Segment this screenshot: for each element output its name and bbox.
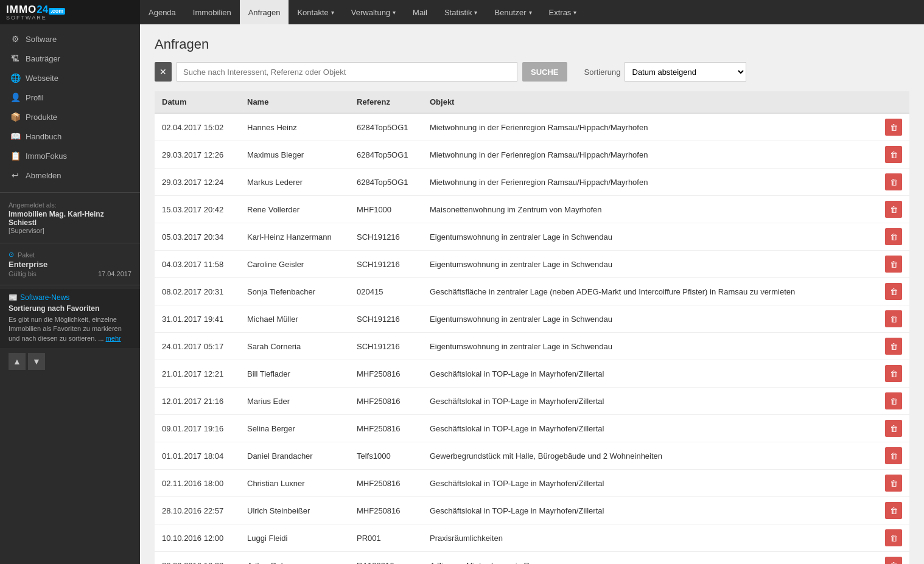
cell-referenz: MHF250816	[349, 470, 422, 497]
cell-action: 🗑	[878, 113, 909, 141]
cell-datum: 29.03.2017 12:26	[155, 141, 240, 169]
delete-button[interactable]: 🗑	[885, 502, 902, 519]
nav-arrows: ▲ ▼	[0, 348, 140, 375]
delete-button[interactable]: 🗑	[885, 310, 902, 327]
content-area: Anfragen ✕ SUCHE Sortierung Datum abstei…	[140, 24, 924, 564]
nav-item-agenda[interactable]: Agenda	[140, 0, 184, 24]
table-row: 28.10.2016 22:57Ulrich SteinbeißerMHF250…	[155, 497, 909, 524]
table-row: 21.01.2017 12:21Bill TiefladerMHF250816G…	[155, 360, 909, 388]
sidebar-item-handbuch[interactable]: 📖Handbuch	[0, 127, 140, 146]
cell-datum: 28.10.2016 22:57	[155, 497, 240, 524]
cell-objekt: Mietwohnung in der Ferienregion Ramsau/H…	[422, 113, 878, 141]
cell-objekt: Gewerbegrundstück mit Halle, Bürogebäude…	[422, 442, 878, 470]
cell-name: Daniel Brandacher	[240, 442, 349, 470]
sidebar-user-info: Angemeldet als: Immobilien Mag. Karl-Hei…	[0, 195, 140, 240]
cell-objekt: Praxisräumlichkeiten	[422, 524, 878, 552]
sidebar: ⚙Software🏗Bauträger🌐Webseite👤Profil📦Prod…	[0, 24, 140, 564]
delete-button[interactable]: 🗑	[885, 475, 902, 492]
cell-datum: 24.01.2017 05:17	[155, 333, 240, 360]
cell-name: Luggi Fleidi	[240, 524, 349, 552]
nav-item-extras[interactable]: Extras▾	[541, 0, 586, 24]
nav-item-kontakte[interactable]: Kontakte▾	[289, 0, 342, 24]
sidebar-item-abmelden[interactable]: ↩Abmelden	[0, 165, 140, 185]
cell-action: 🗑	[878, 524, 909, 552]
sidebar-item-bautraeger[interactable]: 🏗Bauträger	[0, 49, 140, 68]
sidebar-item-immofokus[interactable]: 📋ImmoFokus	[0, 146, 140, 165]
caret-icon: ▾	[474, 9, 477, 16]
cell-action: 🗑	[878, 360, 909, 388]
sidebar-item-webseite[interactable]: 🌐Webseite	[0, 68, 140, 88]
delete-button[interactable]: 🗑	[885, 420, 902, 437]
sidebar-item-label-software: Software	[26, 35, 57, 44]
sidebar-divider-3	[0, 285, 140, 285]
software-icon: ⚙	[10, 34, 21, 44]
delete-button[interactable]: 🗑	[885, 173, 902, 190]
cell-referenz: 6284Top5OG1	[349, 113, 422, 141]
cell-name: Sonja Tiefenbacher	[240, 278, 349, 305]
cell-action: 🗑	[878, 278, 909, 305]
search-input[interactable]	[177, 62, 517, 82]
nav-item-verwaltung[interactable]: Verwaltung▾	[343, 0, 404, 24]
data-table: Datum Name Referenz Objekt 02.04.2017 15…	[155, 91, 909, 564]
nav-item-anfragen[interactable]: Anfragen	[240, 0, 289, 24]
nav-item-statistik[interactable]: Statistik▾	[436, 0, 486, 24]
paket-section: ⊙ Paket Enterprise Gültig bis 17.04.2017	[0, 246, 140, 282]
sidebar-item-software[interactable]: ⚙Software	[0, 29, 140, 49]
cell-action: 🗑	[878, 388, 909, 415]
cell-objekt: Geschäftsfläche in zentraler Lage (neben…	[422, 278, 878, 305]
sidebar-item-produkte[interactable]: 📦Produkte	[0, 107, 140, 127]
cell-datum: 01.01.2017 18:04	[155, 442, 240, 470]
delete-button[interactable]: 🗑	[885, 256, 902, 273]
logo-num: 24	[37, 4, 48, 15]
delete-button[interactable]: 🗑	[885, 201, 902, 218]
delete-button[interactable]: 🗑	[885, 146, 902, 163]
logo-software: SOFTWARE	[6, 15, 65, 21]
table-row: 29.03.2017 12:26Maximus Bieger6284Top5OG…	[155, 141, 909, 169]
delete-button[interactable]: 🗑	[885, 392, 902, 409]
sidebar-item-profil[interactable]: 👤Profil	[0, 88, 140, 107]
cell-name: Sarah Corneria	[240, 333, 349, 360]
nav-item-mail[interactable]: Mail	[404, 0, 436, 24]
delete-button[interactable]: 🗑	[885, 338, 902, 355]
sidebar-item-label-handbuch: Handbuch	[26, 132, 61, 141]
cell-name: Maximus Bieger	[240, 141, 349, 169]
cell-referenz: MHF250816	[349, 415, 422, 442]
delete-button[interactable]: 🗑	[885, 119, 902, 136]
th-action	[878, 91, 909, 113]
produkte-icon: 📦	[10, 112, 21, 122]
delete-button[interactable]: 🗑	[885, 529, 902, 546]
table-row: 29.03.2017 12:24Markus Lederer6284Top5OG…	[155, 169, 909, 196]
nav-down-button[interactable]: ▼	[28, 353, 45, 370]
main-layout: ⚙Software🏗Bauträger🌐Webseite👤Profil📦Prod…	[0, 24, 924, 564]
logo: IMMO 24 .com SOFTWARE	[0, 0, 140, 24]
news-title: 📰 Software-News	[9, 293, 131, 302]
cell-referenz: 020415	[349, 278, 422, 305]
search-button[interactable]: SUCHE	[522, 62, 567, 82]
cell-objekt: Eigentumswohnung in zentraler Lage in Sc…	[422, 333, 878, 360]
delete-button[interactable]: 🗑	[885, 557, 902, 564]
delete-button[interactable]: 🗑	[885, 365, 902, 382]
cell-referenz: 6284Top5OG1	[349, 141, 422, 169]
nav-item-immobilien[interactable]: Immobilien	[184, 0, 240, 24]
news-section: 📰 Software-News Sortierung nach Favorite…	[0, 288, 140, 348]
cell-action: 🗑	[878, 251, 909, 278]
search-clear-button[interactable]: ✕	[155, 62, 172, 82]
table-row: 02.11.2016 18:00Christian LuxnerMHF25081…	[155, 470, 909, 497]
delete-button[interactable]: 🗑	[885, 283, 902, 300]
user-name: Immobilien Mag. Karl-Heinz Schiestl	[9, 210, 131, 227]
nav-up-button[interactable]: ▲	[9, 353, 26, 370]
cell-referenz: SCH191216	[349, 333, 422, 360]
nav-item-benutzer[interactable]: Benutzer▾	[486, 0, 540, 24]
paket-label: ⊙ Paket	[9, 251, 131, 259]
delete-button[interactable]: 🗑	[885, 228, 902, 245]
cell-objekt: 4-Zimmer-Mietwohnung in Ramsau	[422, 552, 878, 565]
sidebar-item-label-immofokus: ImmoFokus	[26, 151, 67, 161]
cell-datum: 08.02.2017 20:31	[155, 278, 240, 305]
delete-button[interactable]: 🗑	[885, 447, 902, 464]
cell-objekt: Maisonettenwohnung im Zentrum von Mayrho…	[422, 196, 878, 223]
handbuch-icon: 📖	[10, 131, 21, 141]
cell-datum: 29.03.2017 12:24	[155, 169, 240, 196]
news-more-link[interactable]: mehr	[106, 335, 121, 342]
cell-name: Markus Lederer	[240, 169, 349, 196]
sort-select[interactable]: Datum absteigendDatum aufsteigendName A-…	[625, 62, 746, 82]
